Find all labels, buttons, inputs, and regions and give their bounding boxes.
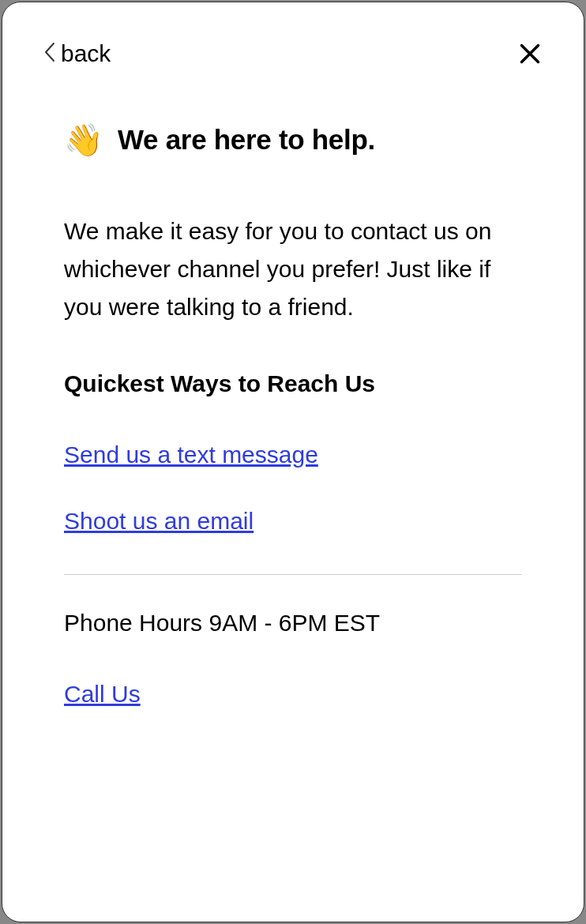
send-text-link[interactable]: Send us a text message [64, 441, 318, 468]
title-row: 👋 We are here to help. [64, 124, 522, 156]
divider [64, 574, 522, 575]
quickest-ways-heading: Quickest Ways to Reach Us [64, 370, 522, 397]
back-button[interactable]: back [43, 40, 111, 67]
close-button[interactable] [517, 41, 543, 66]
modal-header: back [2, 2, 584, 67]
chevron-left-icon [43, 42, 56, 66]
help-modal: back 👋 We are here to help. We make it e… [2, 2, 584, 922]
help-description: We make it easy for you to contact us on… [64, 212, 522, 326]
back-label: back [61, 40, 111, 67]
phone-hours-text: Phone Hours 9AM - 6PM EST [64, 610, 522, 637]
wave-icon: 👋 [64, 124, 103, 156]
close-icon [519, 43, 541, 65]
send-email-link[interactable]: Shoot us an email [64, 508, 254, 535]
call-us-link[interactable]: Call Us [64, 681, 141, 708]
page-title: We are here to help. [118, 124, 375, 156]
modal-content: 👋 We are here to help. We make it easy f… [2, 67, 584, 747]
